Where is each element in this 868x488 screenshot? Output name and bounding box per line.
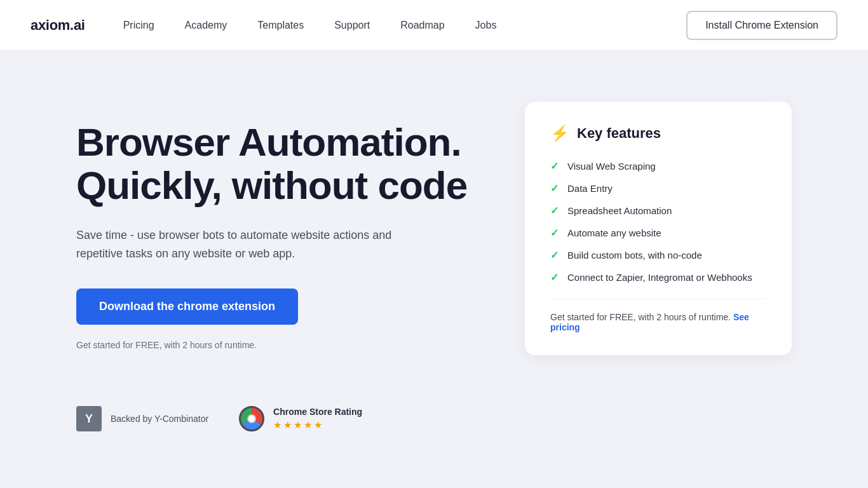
ycombinator-text: Backed by Y-Combinator: [111, 414, 208, 424]
hero-subtitle: Save time - use browser bots to automate…: [76, 226, 432, 263]
download-extension-button[interactable]: Download the chrome extension: [76, 288, 298, 325]
check-icon-3: ✓: [550, 205, 559, 217]
feature-text-1: Visual Web Scraping: [567, 161, 656, 172]
features-footer-text: Get started for FREE, with 2 hours of ru…: [550, 312, 733, 322]
install-chrome-extension-button[interactable]: Install Chrome Extension: [686, 11, 837, 40]
nav-academy[interactable]: Academy: [185, 20, 227, 31]
star-rating: ★ ★ ★ ★ ★: [273, 419, 362, 431]
star-4: ★: [304, 419, 312, 431]
check-icon-4: ✓: [550, 227, 559, 239]
check-icon-2: ✓: [550, 182, 559, 194]
feature-item-2: ✓ Data Entry: [550, 182, 766, 194]
nav-roadmap[interactable]: Roadmap: [400, 20, 444, 31]
main-nav: Pricing Academy Templates Support Roadma…: [123, 20, 686, 31]
star-1: ★: [273, 419, 281, 431]
feature-text-6: Connect to Zapier, Integromat or Webhook…: [567, 272, 752, 283]
check-icon-5: ✓: [550, 249, 559, 261]
features-title: Key features: [577, 125, 661, 142]
feature-item-6: ✓ Connect to Zapier, Integromat or Webho…: [550, 271, 766, 283]
nav-pricing[interactable]: Pricing: [123, 20, 154, 31]
chrome-inner-circle: [247, 414, 256, 423]
nav-jobs[interactable]: Jobs: [475, 20, 497, 31]
features-footer: Get started for FREE, with 2 hours of ru…: [550, 299, 766, 332]
chrome-logo-icon: [239, 406, 264, 431]
hero-title: Browser Automation. Quickly, without cod…: [76, 121, 474, 207]
star-2: ★: [283, 419, 292, 431]
feature-text-5: Build custom bots, with no-code: [567, 250, 702, 261]
hero-title-line1: Browser Automation.: [76, 120, 461, 164]
nav-templates[interactable]: Templates: [257, 20, 304, 31]
chrome-circle: [239, 406, 264, 431]
logo[interactable]: axiom.ai: [31, 17, 85, 34]
site-header: axiom.ai Pricing Academy Templates Suppo…: [0, 0, 868, 51]
ycombinator-badge: Y Backed by Y-Combinator: [76, 406, 208, 431]
feature-text-4: Automate any website: [567, 227, 661, 238]
chrome-store-badge: Chrome Store Rating ★ ★ ★ ★ ★: [239, 406, 362, 431]
feature-item-5: ✓ Build custom bots, with no-code: [550, 249, 766, 261]
star-3: ★: [294, 419, 302, 431]
main-content: Browser Automation. Quickly, without cod…: [0, 51, 868, 393]
cta-section: Download the chrome extension Get starte…: [76, 288, 474, 350]
nav-support[interactable]: Support: [334, 20, 370, 31]
lightning-icon: ⚡: [550, 125, 569, 142]
features-card: ⚡ Key features ✓ Visual Web Scraping ✓ D…: [525, 102, 792, 355]
feature-text-2: Data Entry: [567, 183, 613, 194]
hero-section: Browser Automation. Quickly, without cod…: [76, 102, 474, 350]
features-header: ⚡ Key features: [550, 125, 766, 142]
ycombinator-logo: Y: [76, 406, 102, 431]
hero-title-line2: Quickly, without code: [76, 163, 467, 207]
chrome-store-rating-title: Chrome Store Rating: [273, 407, 362, 417]
check-icon-1: ✓: [550, 160, 559, 172]
badges-row: Y Backed by Y-Combinator Chrome Store Ra…: [0, 393, 868, 457]
feature-item-1: ✓ Visual Web Scraping: [550, 160, 766, 172]
free-note-text: Get started for FREE, with 2 hours of ru…: [76, 340, 474, 350]
star-5: ★: [314, 419, 322, 431]
feature-item-3: ✓ Spreadsheet Automation: [550, 205, 766, 217]
feature-text-3: Spreadsheet Automation: [567, 205, 672, 216]
feature-item-4: ✓ Automate any website: [550, 227, 766, 239]
check-icon-6: ✓: [550, 271, 559, 283]
chrome-badge-content: Chrome Store Rating ★ ★ ★ ★ ★: [273, 407, 362, 431]
